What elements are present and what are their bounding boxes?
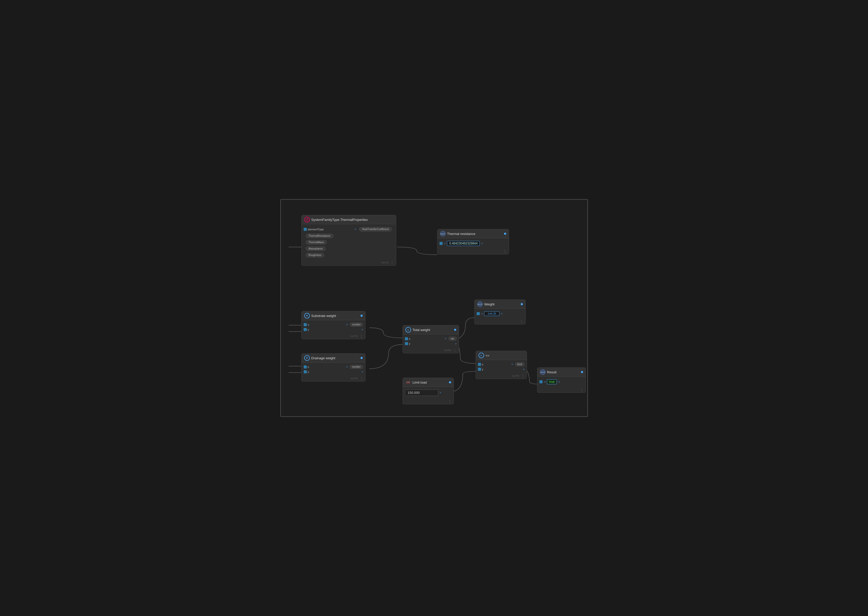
- ab12-icon-weight: ab12: [477, 301, 483, 307]
- element-type-port: elementType > HeatTransferCoefficient: [302, 226, 396, 233]
- substrate-x-port: x > number: [302, 322, 365, 327]
- substrate-weight-header: ✦ Substrate weight: [302, 311, 365, 320]
- thermal-resistance-tag: ThermalResistance: [306, 234, 333, 238]
- weight-header: ab12 Weight: [475, 300, 525, 309]
- substrate-weight-body: x > number y >: [302, 320, 365, 333]
- total-weight-menu[interactable]: ⋮: [453, 348, 457, 352]
- total-weight-footer: AUTO ⋮: [403, 347, 459, 353]
- drainage-weight-node: ✦ Drainage weight x > number y > AUTO ⋮: [301, 354, 365, 382]
- result-in-handle[interactable]: [539, 380, 542, 383]
- limit-load-footer: ⋮: [403, 398, 454, 404]
- total-weight-node: + Total weight x > var y > AUTO ⋮: [403, 325, 459, 354]
- limit-load-value-row: 150.000 >: [403, 388, 454, 397]
- total-y-port: y >: [403, 341, 459, 346]
- result-node: ab12 Result > true > ⋮: [537, 368, 586, 393]
- limit-load-title: Limit load: [413, 380, 447, 384]
- element-type-handle[interactable]: [303, 228, 307, 231]
- thermal-resistance-dot: [504, 233, 506, 235]
- icon-123-limit: 123: [406, 379, 411, 385]
- limit-load-body: 150.000 >: [403, 387, 454, 398]
- thermal-resistance-title: Thermal resistance: [447, 232, 503, 236]
- roughness-tag: Roughness: [306, 253, 324, 257]
- lte-menu[interactable]: ⋮: [521, 374, 525, 378]
- total-y-handle[interactable]: [405, 342, 408, 345]
- substrate-y-port: y >: [302, 327, 365, 332]
- thermal-mass-tag: ThermalMass: [306, 240, 327, 244]
- thermal-resistance-menu[interactable]: ⋮: [503, 249, 507, 253]
- result-header: ab12 Result: [538, 368, 586, 377]
- weight-title: Weight: [484, 302, 519, 306]
- drainage-weight-menu[interactable]: ⋮: [360, 376, 363, 380]
- weight-in-handle[interactable]: [476, 312, 480, 315]
- weight-footer: ⋮: [475, 319, 525, 324]
- drainage-weight-header: ✦ Drainage weight: [302, 354, 365, 363]
- weight-dot: [521, 303, 523, 305]
- substrate-number-tag: number: [350, 323, 363, 327]
- lte-y-port: y >: [476, 367, 527, 372]
- limit-load-menu[interactable]: ⋮: [448, 399, 451, 403]
- star-icon-substrate: ✦: [304, 313, 310, 319]
- node-canvas: ↺ SystemFamilyType.ThermalProperties ele…: [280, 199, 588, 417]
- system-family-footer: AUTO ⋮: [302, 260, 396, 266]
- lte-title: <=: [486, 354, 524, 357]
- drainage-weight-body: x > number y >: [302, 363, 365, 376]
- substrate-weight-menu[interactable]: ⋮: [360, 334, 363, 338]
- system-family-title: SystemFamilyType.ThermalProperties: [311, 218, 393, 222]
- heat-transfer-tag: HeatTransferCoefficient: [359, 227, 392, 231]
- lte-x-port: x > bool: [476, 361, 527, 367]
- lte-node: ≤ <= x > bool y > AUTO ⋮: [476, 351, 527, 379]
- thermal-resistance-footer: ⋮: [437, 248, 509, 254]
- ab12-icon-thermal: ab12: [440, 231, 446, 237]
- drainage-number-tag: number: [350, 365, 363, 369]
- total-weight-body: x > var y >: [403, 335, 459, 347]
- lte-icon: ≤: [478, 353, 484, 358]
- drainage-x-handle[interactable]: [303, 365, 307, 368]
- limit-load-dot: [449, 381, 451, 383]
- drainage-weight-dot: [360, 357, 363, 359]
- thermal-resistance-value-row: > 0.484230492329844 >: [437, 240, 509, 247]
- total-weight-dot: [454, 329, 456, 331]
- lte-body: x > bool y >: [476, 360, 527, 373]
- total-x-handle[interactable]: [405, 337, 408, 340]
- limit-load-node: 123 Limit load 150.000 > ⋮: [403, 378, 454, 404]
- ab12-icon-result: ab12: [540, 369, 546, 375]
- lte-y-handle[interactable]: [478, 368, 481, 371]
- substrate-y-handle[interactable]: [303, 328, 307, 331]
- absorptance-tag: Absorptance: [306, 247, 326, 251]
- thermal-resistance-value: 0.484230492329844: [447, 241, 480, 246]
- total-var-tag: var: [448, 337, 457, 341]
- result-title: Result: [547, 370, 579, 374]
- weight-menu[interactable]: ⋮: [520, 319, 523, 324]
- weight-body: > 144.35 >: [475, 309, 525, 319]
- thermal-resistance-node: ab12 Thermal resistance > 0.484230492329…: [437, 229, 509, 255]
- drainage-weight-title: Drainage weight: [311, 356, 359, 360]
- system-family-menu[interactable]: ⋮: [390, 261, 394, 265]
- weight-value-row: > 144.35 >: [475, 310, 525, 317]
- substrate-weight-node: ✦ Substrate weight x > number y > AUTO ⋮: [301, 311, 365, 339]
- substrate-x-handle[interactable]: [303, 323, 307, 326]
- result-value-row: > true >: [538, 378, 586, 385]
- lte-header: ≤ <=: [476, 351, 527, 360]
- substrate-weight-footer: AUTO ⋮: [302, 333, 365, 339]
- drainage-y-handle[interactable]: [303, 370, 307, 373]
- result-menu[interactable]: ⋮: [580, 388, 583, 392]
- lte-footer: AUTO ⋮: [476, 373, 527, 379]
- thermal-resistance-body: > 0.484230492329844 >: [437, 238, 509, 248]
- thermal-res-in-handle[interactable]: [440, 242, 443, 245]
- limit-load-value[interactable]: 150.000: [405, 390, 438, 396]
- total-weight-header: + Total weight: [403, 325, 459, 335]
- lte-x-handle[interactable]: [478, 363, 481, 366]
- total-x-port: x > var: [403, 336, 459, 341]
- result-value: true: [547, 379, 557, 384]
- result-dot: [581, 371, 583, 373]
- system-family-node: ↺ SystemFamilyType.ThermalProperties ele…: [301, 215, 396, 266]
- result-footer: ⋮: [538, 387, 586, 393]
- circle-arrow-icon: ↺: [304, 217, 310, 222]
- drainage-x-port: x > number: [302, 364, 365, 369]
- drainage-weight-footer: AUTO ⋮: [302, 376, 365, 381]
- result-body: > true >: [538, 377, 586, 387]
- lte-bool-tag: bool: [515, 362, 525, 366]
- substrate-weight-title: Substrate weight: [311, 314, 359, 318]
- star-icon-drainage: ✦: [304, 355, 310, 361]
- total-weight-title: Total weight: [413, 328, 453, 332]
